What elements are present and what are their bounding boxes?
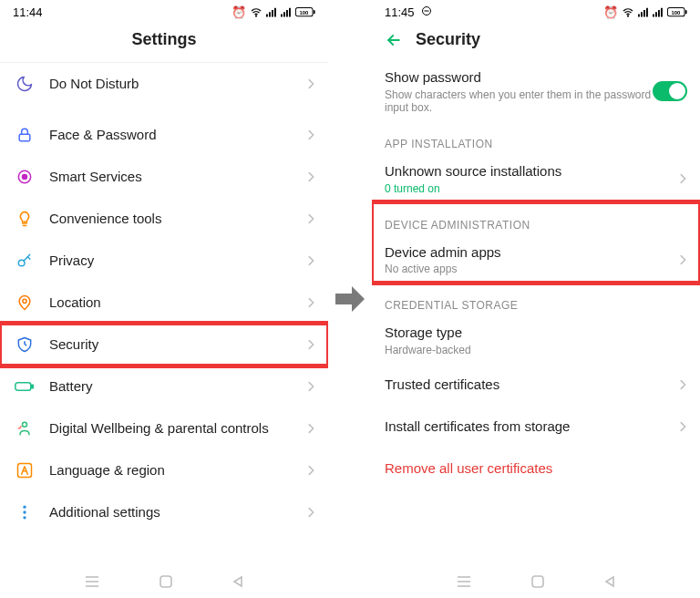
row-label: Convenience tools — [49, 211, 306, 228]
section-header: DEVICE ADMINISTRATION — [372, 202, 700, 237]
chevron-right-icon — [306, 254, 315, 267]
svg-point-16 — [23, 299, 26, 303]
back-key[interactable] — [232, 575, 244, 588]
chevron-right-icon — [306, 464, 315, 477]
key-icon — [13, 249, 36, 273]
svg-rect-10 — [314, 10, 315, 14]
chevron-right-icon — [306, 212, 315, 225]
svg-rect-35 — [653, 14, 654, 16]
section-1: DEVICE ADMINISTRATIONDevice admin appsNo… — [372, 202, 700, 284]
dnd-icon — [421, 5, 432, 19]
status-icons: ⏰ 100 — [603, 5, 687, 19]
settings-row-bulb[interactable]: Convenience tools — [0, 198, 328, 240]
moon-icon — [13, 72, 36, 96]
svg-rect-34 — [646, 7, 648, 16]
row-label: Face & Password — [49, 127, 306, 144]
circle-dot-icon — [13, 165, 36, 189]
svg-rect-5 — [281, 14, 283, 16]
bulb-icon — [13, 207, 36, 231]
nav-bar — [0, 565, 328, 598]
settings-row-circle-dot[interactable]: Smart Services — [0, 156, 328, 198]
settings-screen: 11:44 ⏰ 100 Settings Do Not DisturbFac — [0, 0, 328, 598]
svg-rect-40 — [685, 10, 687, 14]
svg-rect-3 — [272, 10, 273, 17]
chevron-right-icon — [306, 296, 315, 309]
settings-row-shield[interactable]: Security — [0, 324, 328, 366]
signal-icon-2 — [281, 7, 292, 18]
chevron-right-icon — [306, 129, 315, 141]
chevron-right-icon — [306, 338, 315, 351]
row-label: Do Not Disturb — [49, 76, 306, 93]
security-screen: 11:45 ⏰ 100 Security — [372, 0, 700, 598]
row-label: Digital Wellbeing & parental controls — [49, 420, 306, 438]
settings-row-letter-a[interactable]: Language & region — [0, 449, 328, 491]
status-bar: 11:44 ⏰ 100 — [0, 0, 328, 21]
recent-key[interactable] — [456, 575, 472, 588]
alarm-icon: ⏰ — [232, 5, 246, 19]
security-row[interactable]: Device admin appsNo active apps — [372, 237, 700, 284]
alarm-icon: ⏰ — [603, 5, 618, 19]
row-label: Security — [49, 336, 306, 354]
security-row[interactable]: Unknown source installations0 turned on — [372, 156, 700, 202]
settings-row-battery[interactable]: Battery — [0, 366, 328, 407]
battery-icon — [13, 375, 36, 398]
section-header: APP INSTALLATION — [372, 121, 700, 156]
clock: 11:45 — [385, 5, 415, 19]
svg-rect-33 — [643, 10, 645, 17]
battery-icon: 100 — [295, 7, 315, 18]
home-key[interactable] — [159, 574, 173, 589]
home-key[interactable] — [530, 574, 545, 589]
recent-key[interactable] — [84, 575, 100, 588]
svg-rect-4 — [274, 7, 276, 16]
letter-a-icon — [13, 459, 36, 482]
settings-row-more[interactable]: Additional settings — [0, 491, 328, 533]
row-sub: No active apps — [385, 263, 678, 275]
security-row[interactable]: Remove all user certificates — [372, 448, 700, 490]
show-password-row[interactable]: Show password Show characters when you e… — [372, 62, 700, 121]
step-arrow — [328, 0, 372, 598]
signal-icon — [266, 7, 277, 18]
settings-row-key[interactable]: Privacy — [0, 240, 328, 282]
svg-rect-27 — [160, 576, 171, 587]
section-0: APP INSTALLATIONUnknown source installat… — [372, 121, 700, 202]
svg-point-14 — [23, 175, 27, 180]
svg-rect-1 — [266, 14, 268, 16]
svg-rect-7 — [286, 10, 288, 17]
row-label: Smart Services — [49, 169, 306, 186]
security-row[interactable]: Trusted certificates — [372, 364, 700, 406]
settings-row-moon[interactable]: Do Not Disturb — [0, 63, 328, 105]
settings-row-pin[interactable]: Location — [0, 282, 328, 324]
more-icon — [13, 500, 36, 524]
row-label: Language & region — [49, 462, 306, 479]
back-key[interactable] — [603, 575, 616, 588]
chevron-right-icon — [306, 506, 315, 519]
show-password-label: Show password — [385, 69, 653, 87]
settings-row-wellbeing[interactable]: Digital Wellbeing & parental controls — [0, 407, 328, 449]
svg-text:100: 100 — [671, 9, 681, 15]
row-label: Storage type — [385, 325, 687, 342]
wifi-icon — [622, 7, 634, 18]
row-label: Additional settings — [49, 504, 306, 521]
battery-icon: 100 — [667, 7, 687, 18]
chevron-right-icon — [306, 380, 315, 393]
nav-bar — [372, 565, 700, 598]
settings-list[interactable]: Do Not DisturbFace & PasswordSmart Servi… — [0, 63, 328, 565]
show-password-toggle[interactable] — [653, 81, 687, 101]
section-2: CREDENTIAL STORAGEStorage typeHardware-b… — [372, 283, 700, 490]
clock: 11:44 — [13, 5, 43, 19]
back-button[interactable] — [385, 31, 403, 49]
svg-text:100: 100 — [299, 9, 309, 15]
page-title: Security — [416, 30, 480, 49]
row-label: Remove all user certificates — [385, 460, 687, 478]
signal-icon-2 — [653, 7, 664, 18]
security-list[interactable]: Show password Show characters when you e… — [372, 62, 700, 565]
svg-rect-12 — [19, 134, 30, 141]
lock-icon — [13, 123, 36, 147]
security-row[interactable]: Install certificates from storage — [372, 406, 700, 448]
section-header: CREDENTIAL STORAGE — [372, 283, 700, 317]
security-row[interactable]: Storage typeHardware-backed — [372, 317, 700, 364]
row-sub: 0 turned on — [385, 182, 678, 195]
wellbeing-icon — [13, 417, 36, 440]
shield-icon — [13, 333, 36, 356]
settings-row-lock[interactable]: Face & Password — [0, 114, 328, 156]
